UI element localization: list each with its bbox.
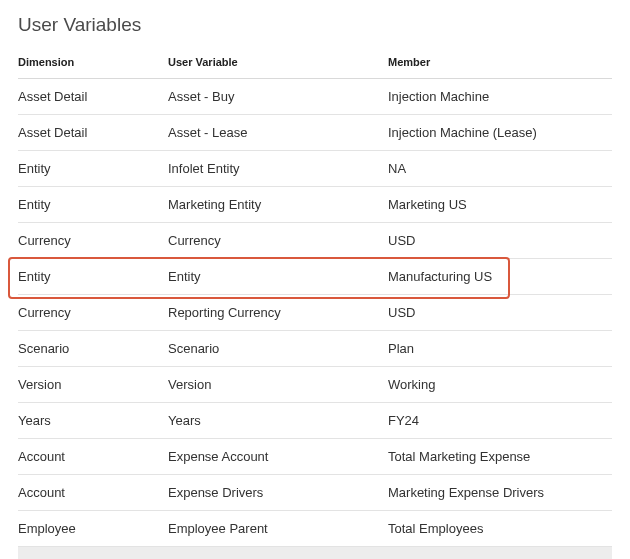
- table-row[interactable]: CurrencyReporting CurrencyUSD: [18, 295, 612, 331]
- cell-dimension: Entity: [18, 259, 168, 295]
- table-row[interactable]: VersionVersionWorking: [18, 367, 612, 403]
- cell-member[interactable]: NA: [388, 151, 612, 187]
- cell-dimension: Asset Detail: [18, 79, 168, 115]
- cell-member[interactable]: Working: [388, 367, 612, 403]
- cell-dimension: Employee: [18, 511, 168, 547]
- cell-dimension: Asset Detail: [18, 115, 168, 151]
- table-row[interactable]: YearsYearsFY24: [18, 403, 612, 439]
- cell-user-variable: Employee Parent: [168, 511, 388, 547]
- column-header-user-variable[interactable]: User Variable: [168, 50, 388, 79]
- cell-member[interactable]: Injection Machine (Lease): [388, 115, 612, 151]
- cell-user-variable: Version: [168, 367, 388, 403]
- cell-dimension: Scenario: [18, 331, 168, 367]
- cell-dimension: Currency: [18, 295, 168, 331]
- cell-user-variable: Years: [168, 403, 388, 439]
- cell-dimension: Version: [18, 367, 168, 403]
- cell-member[interactable]: Marketing US: [388, 187, 612, 223]
- cell-user-variable: Asset - Buy: [168, 79, 388, 115]
- user-variables-table-wrap: Dimension User Variable Member Asset Det…: [18, 50, 612, 559]
- cell-user-variable: Infolet Entity: [168, 151, 388, 187]
- table-row[interactable]: PeriodPeriodJan: [18, 547, 612, 560]
- cell-member[interactable]: Marketing Expense Drivers: [388, 475, 612, 511]
- cell-member[interactable]: Plan: [388, 331, 612, 367]
- table-row[interactable]: AccountExpense AccountTotal Marketing Ex…: [18, 439, 612, 475]
- cell-dimension: Account: [18, 475, 168, 511]
- cell-dimension: Currency: [18, 223, 168, 259]
- column-header-member[interactable]: Member: [388, 50, 612, 79]
- cell-user-variable: Asset - Lease: [168, 115, 388, 151]
- table-row[interactable]: Asset DetailAsset - LeaseInjection Machi…: [18, 115, 612, 151]
- table-row[interactable]: EntityInfolet EntityNA: [18, 151, 612, 187]
- cell-dimension: Account: [18, 439, 168, 475]
- table-row[interactable]: ScenarioScenarioPlan: [18, 331, 612, 367]
- cell-member[interactable]: Total Employees: [388, 511, 612, 547]
- cell-user-variable: Period: [168, 547, 388, 560]
- cell-dimension: Entity: [18, 187, 168, 223]
- cell-dimension: Years: [18, 403, 168, 439]
- table-row[interactable]: EntityEntityManufacturing US: [18, 259, 612, 295]
- table-row[interactable]: CurrencyCurrencyUSD: [18, 223, 612, 259]
- cell-member[interactable]: Manufacturing US: [388, 259, 612, 295]
- cell-user-variable: Entity: [168, 259, 388, 295]
- table-row[interactable]: Asset DetailAsset - BuyInjection Machine: [18, 79, 612, 115]
- cell-member[interactable]: USD: [388, 223, 612, 259]
- cell-user-variable: Expense Account: [168, 439, 388, 475]
- cell-member[interactable]: Jan: [388, 547, 612, 560]
- table-header-row: Dimension User Variable Member: [18, 50, 612, 79]
- cell-user-variable: Expense Drivers: [168, 475, 388, 511]
- cell-dimension: Period: [18, 547, 168, 560]
- cell-user-variable: Marketing Entity: [168, 187, 388, 223]
- cell-user-variable: Reporting Currency: [168, 295, 388, 331]
- cell-member[interactable]: Injection Machine: [388, 79, 612, 115]
- table-row[interactable]: AccountExpense DriversMarketing Expense …: [18, 475, 612, 511]
- table-row[interactable]: EntityMarketing EntityMarketing US: [18, 187, 612, 223]
- cell-member[interactable]: Total Marketing Expense: [388, 439, 612, 475]
- cell-dimension: Entity: [18, 151, 168, 187]
- cell-user-variable: Scenario: [168, 331, 388, 367]
- cell-user-variable: Currency: [168, 223, 388, 259]
- table-row[interactable]: EmployeeEmployee ParentTotal Employees: [18, 511, 612, 547]
- cell-member[interactable]: FY24: [388, 403, 612, 439]
- page-title: User Variables: [18, 14, 612, 36]
- user-variables-table: Dimension User Variable Member Asset Det…: [18, 50, 612, 559]
- cell-member[interactable]: USD: [388, 295, 612, 331]
- column-header-dimension[interactable]: Dimension: [18, 50, 168, 79]
